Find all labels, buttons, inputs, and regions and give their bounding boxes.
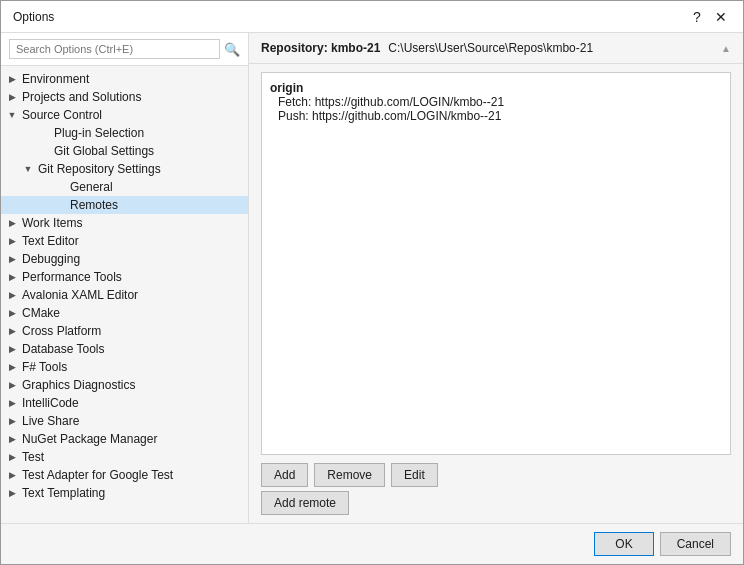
tree-item-database-tools[interactable]: ▶Database Tools: [1, 340, 248, 358]
remote-list[interactable]: origin Fetch: https://github.com/LOGIN/k…: [261, 72, 731, 455]
tree-item-label: Cross Platform: [22, 324, 101, 338]
tree-item-debugging[interactable]: ▶Debugging: [1, 250, 248, 268]
options-tree[interactable]: ▶Environment▶Projects and Solutions▼Sour…: [1, 66, 248, 523]
add-button[interactable]: Add: [261, 463, 308, 487]
tree-item-label: Git Repository Settings: [38, 162, 161, 176]
tree-item-label: Text Editor: [22, 234, 79, 248]
repo-header: Repository: kmbo-21 C:\Users\User\Source…: [249, 33, 743, 64]
tree-item-label: Live Share: [22, 414, 79, 428]
collapsed-arrow-icon: ▶: [5, 414, 19, 428]
tree-item-label: Performance Tools: [22, 270, 122, 284]
tree-item-fsharp-tools[interactable]: ▶F# Tools: [1, 358, 248, 376]
tree-item-nuget-package-manager[interactable]: ▶NuGet Package Manager: [1, 430, 248, 448]
tree-item-label: CMake: [22, 306, 60, 320]
remove-button[interactable]: Remove: [314, 463, 385, 487]
tree-item-environment[interactable]: ▶Environment: [1, 70, 248, 88]
collapsed-arrow-icon: ▶: [5, 342, 19, 356]
search-icon: 🔍: [224, 42, 240, 57]
tree-item-label: Text Templating: [22, 486, 105, 500]
collapsed-arrow-icon: ▶: [5, 486, 19, 500]
ok-button[interactable]: OK: [594, 532, 653, 556]
tree-item-performance-tools[interactable]: ▶Performance Tools: [1, 268, 248, 286]
collapsed-arrow-icon: ▶: [5, 306, 19, 320]
tree-item-label: Database Tools: [22, 342, 105, 356]
tree-item-text-editor[interactable]: ▶Text Editor: [1, 232, 248, 250]
tree-item-test-adapter-google-test[interactable]: ▶Test Adapter for Google Test: [1, 466, 248, 484]
tree-item-label: Source Control: [22, 108, 102, 122]
remote-entry[interactable]: origin Fetch: https://github.com/LOGIN/k…: [270, 81, 722, 123]
tree-item-label: Work Items: [22, 216, 82, 230]
add-remote-row: Add remote: [249, 491, 743, 523]
help-button[interactable]: ?: [687, 7, 707, 27]
tree-item-label: General: [70, 180, 113, 194]
collapsed-arrow-icon: ▶: [5, 216, 19, 230]
leaf-spacer: [37, 126, 51, 140]
tree-item-git-global-settings[interactable]: Git Global Settings: [1, 142, 248, 160]
repo-path: C:\Users\User\Source\Repos\kmbo-21: [388, 41, 593, 55]
tree-item-work-items[interactable]: ▶Work Items: [1, 214, 248, 232]
title-bar-controls: ? ✕: [687, 7, 731, 27]
collapsed-arrow-icon: ▶: [5, 324, 19, 338]
leaf-spacer: [37, 144, 51, 158]
options-dialog: Options ? ✕ 🔍 ▶Environment▶Projects and …: [0, 0, 744, 565]
tree-item-cross-platform[interactable]: ▶Cross Platform: [1, 322, 248, 340]
tree-item-general[interactable]: General: [1, 178, 248, 196]
leaf-spacer: [53, 180, 67, 194]
tree-item-text-templating[interactable]: ▶Text Templating: [1, 484, 248, 502]
tree-item-label: NuGet Package Manager: [22, 432, 157, 446]
tree-item-label: IntelliCode: [22, 396, 79, 410]
action-buttons: Add Remove Edit: [249, 455, 743, 491]
tree-item-graphics-diagnostics[interactable]: ▶Graphics Diagnostics: [1, 376, 248, 394]
collapsed-arrow-icon: ▶: [5, 450, 19, 464]
cancel-button[interactable]: Cancel: [660, 532, 731, 556]
collapsed-arrow-icon: ▶: [5, 468, 19, 482]
remote-fetch: Fetch: https://github.com/LOGIN/kmbo--21: [270, 95, 722, 109]
tree-item-intellicode[interactable]: ▶IntelliCode: [1, 394, 248, 412]
repo-label: Repository: kmbo-21: [261, 41, 380, 55]
collapsed-arrow-icon: ▶: [5, 288, 19, 302]
tree-item-label: Git Global Settings: [54, 144, 154, 158]
remote-name: origin: [270, 81, 722, 95]
expanded-arrow-icon: ▼: [21, 162, 35, 176]
tree-item-projects-solutions[interactable]: ▶Projects and Solutions: [1, 88, 248, 106]
main-content: 🔍 ▶Environment▶Projects and Solutions▼So…: [1, 33, 743, 523]
dialog-title: Options: [13, 10, 54, 24]
right-panel: Repository: kmbo-21 C:\Users\User\Source…: [249, 33, 743, 523]
tree-item-label: Test: [22, 450, 44, 464]
collapsed-arrow-icon: ▶: [5, 90, 19, 104]
tree-item-label: Remotes: [70, 198, 118, 212]
repo-scroll-up-icon: ▲: [721, 43, 731, 54]
collapsed-arrow-icon: ▶: [5, 432, 19, 446]
tree-item-label: F# Tools: [22, 360, 67, 374]
search-input[interactable]: [9, 39, 220, 59]
tree-item-label: Graphics Diagnostics: [22, 378, 135, 392]
tree-item-test[interactable]: ▶Test: [1, 448, 248, 466]
collapsed-arrow-icon: ▶: [5, 270, 19, 284]
tree-item-live-share[interactable]: ▶Live Share: [1, 412, 248, 430]
collapsed-arrow-icon: ▶: [5, 378, 19, 392]
close-button[interactable]: ✕: [711, 7, 731, 27]
add-remote-button[interactable]: Add remote: [261, 491, 349, 515]
tree-item-remotes[interactable]: Remotes: [1, 196, 248, 214]
tree-item-git-repo-settings[interactable]: ▼Git Repository Settings: [1, 160, 248, 178]
collapsed-arrow-icon: ▶: [5, 396, 19, 410]
tree-item-source-control[interactable]: ▼Source Control: [1, 106, 248, 124]
collapsed-arrow-icon: ▶: [5, 360, 19, 374]
tree-item-label: Environment: [22, 72, 89, 86]
title-bar: Options ? ✕: [1, 1, 743, 33]
tree-item-plugin-selection[interactable]: Plug-in Selection: [1, 124, 248, 142]
tree-item-cmake[interactable]: ▶CMake: [1, 304, 248, 322]
search-box[interactable]: 🔍: [1, 33, 248, 66]
collapsed-arrow-icon: ▶: [5, 72, 19, 86]
tree-item-label: Projects and Solutions: [22, 90, 141, 104]
tree-item-avalonia-xaml[interactable]: ▶Avalonia XAML Editor: [1, 286, 248, 304]
tree-item-label: Plug-in Selection: [54, 126, 144, 140]
edit-button[interactable]: Edit: [391, 463, 438, 487]
left-panel: 🔍 ▶Environment▶Projects and Solutions▼So…: [1, 33, 249, 523]
tree-item-label: Avalonia XAML Editor: [22, 288, 138, 302]
leaf-spacer: [53, 198, 67, 212]
remote-push: Push: https://github.com/LOGIN/kmbo--21: [270, 109, 722, 123]
bottom-bar: OK Cancel: [1, 523, 743, 564]
tree-item-label: Debugging: [22, 252, 80, 266]
expanded-arrow-icon: ▼: [5, 108, 19, 122]
